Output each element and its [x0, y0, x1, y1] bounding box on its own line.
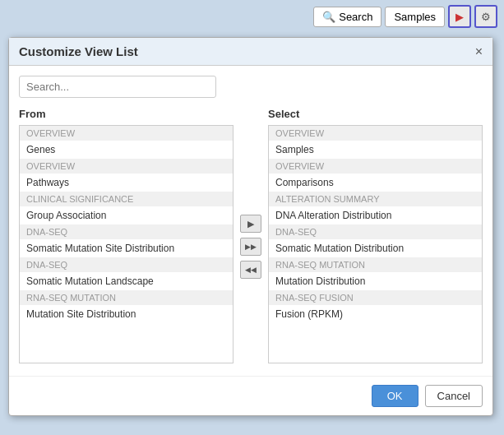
select-section: Select OVERVIEWSamplesOVERVIEWComparison…: [268, 108, 483, 363]
list-item: OVERVIEW: [269, 159, 482, 174]
gear-icon: ⚙: [481, 11, 491, 23]
samples-button[interactable]: Samples: [385, 7, 445, 27]
list-item[interactable]: Pathways: [20, 174, 233, 192]
select-list[interactable]: OVERVIEWSamplesOVERVIEWComparisonsALTERA…: [268, 125, 483, 363]
list-item[interactable]: Somatic Mutation Distribution: [269, 239, 482, 257]
modal-footer: OK Cancel: [9, 376, 492, 415]
list-item[interactable]: Fusion (RPKM): [269, 305, 482, 323]
search-label: Search: [339, 11, 372, 23]
columns-container: From OVERVIEWGenesOVERVIEWPathwaysCLINIC…: [19, 108, 483, 366]
modal-title: Customize View List: [19, 44, 138, 58]
from-list[interactable]: OVERVIEWGenesOVERVIEWPathwaysCLINICAL SI…: [19, 125, 234, 363]
search-input[interactable]: [19, 76, 216, 98]
list-item[interactable]: Somatic Mutation Landscape: [20, 272, 233, 290]
gear-button[interactable]: ⚙: [474, 5, 497, 28]
transfer-buttons: ▶ ▶▶ ◀◀: [234, 127, 268, 366]
list-item[interactable]: Group Association: [20, 206, 233, 224]
list-item: DNA-SEQ: [20, 257, 233, 272]
list-item[interactable]: Samples: [269, 141, 482, 159]
play-icon: ▶: [455, 11, 464, 23]
move-right-button[interactable]: ▶: [240, 215, 261, 233]
list-item: CLINICAL SIGNIFICANCE: [20, 192, 233, 206]
move-all-right-button[interactable]: ▶▶: [240, 238, 261, 256]
modal-body: From OVERVIEWGenesOVERVIEWPathwaysCLINIC…: [9, 66, 492, 376]
modal-close-button[interactable]: ×: [475, 45, 483, 58]
list-item: OVERVIEW: [269, 126, 482, 141]
list-item[interactable]: Mutation Site Distribution: [20, 305, 233, 323]
top-bar: 🔍 Search Samples ▶ ⚙: [0, 0, 504, 33]
list-item[interactable]: Genes: [20, 141, 233, 159]
from-header: From: [19, 108, 234, 120]
search-button[interactable]: 🔍 Search: [313, 7, 381, 27]
play-button[interactable]: ▶: [448, 5, 471, 28]
cancel-button[interactable]: Cancel: [425, 385, 483, 407]
list-item[interactable]: DNA Alteration Distribution: [269, 206, 482, 224]
list-item[interactable]: Comparisons: [269, 174, 482, 192]
list-item: RNA-SEQ MUTATION: [269, 257, 482, 272]
list-item[interactable]: Mutation Distribution: [269, 272, 482, 290]
list-item: RNA-SEQ MUTATION: [20, 290, 233, 305]
list-item: DNA-SEQ: [269, 224, 482, 239]
list-item: OVERVIEW: [20, 159, 233, 174]
customize-view-modal: Customize View List × From OVERVIEWGenes…: [8, 37, 493, 416]
move-all-left-button[interactable]: ◀◀: [240, 261, 261, 279]
list-item[interactable]: Somatic Mutation Site Distribution: [20, 239, 233, 257]
list-item: RNA-SEQ FUSION: [269, 290, 482, 305]
select-header: Select: [268, 108, 483, 120]
list-item: DNA-SEQ: [20, 224, 233, 239]
list-item: OVERVIEW: [20, 126, 233, 141]
samples-label: Samples: [394, 11, 436, 23]
from-section: From OVERVIEWGenesOVERVIEWPathwaysCLINIC…: [19, 108, 234, 363]
list-item: ALTERATION SUMMARY: [269, 192, 482, 206]
ok-button[interactable]: OK: [372, 385, 418, 407]
modal-header: Customize View List ×: [9, 38, 492, 66]
search-icon: 🔍: [322, 11, 335, 23]
